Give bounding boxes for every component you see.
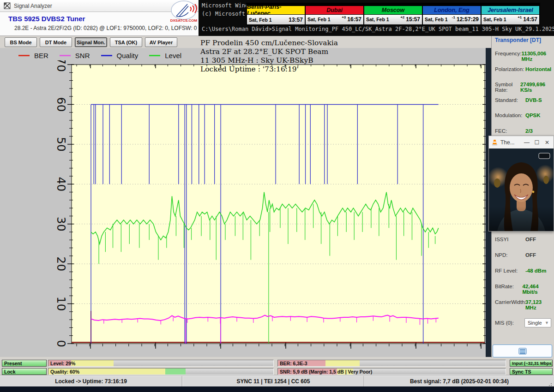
svg-text:0: 0 [54, 340, 68, 347]
clock-city: Moscow [364, 6, 422, 15]
clock-utc-offset: -1 [452, 15, 455, 19]
field-label: ISSYI [495, 237, 525, 242]
tuning-info: 28.2E - Astra 2E/2F/2G (ID: 0282) @ LOF1… [14, 25, 197, 31]
resize-grip[interactable] [548, 382, 553, 386]
field-label: Symbol Rate: [495, 82, 520, 93]
mode-tabs: BS Mode DT Mode Signal Mon. TSA (OK) AV … [5, 37, 177, 47]
field-value: 11305,006 MHz [522, 51, 552, 62]
field-value: 37,123 MHz [525, 299, 552, 310]
status-uptime: Locked -> Uptime: 73:16:19 [0, 376, 182, 386]
transponder-row-frequency: Frequency:11305,006 MHz [495, 51, 552, 62]
quality-bar: Quality: 60% [48, 368, 274, 375]
clock-london-eng: London, EngSat, Feb 1-112:57:29 [422, 6, 481, 25]
clock-city: Jerusalem-Israel [481, 6, 540, 15]
field-label: CarrierWidth: [495, 299, 525, 310]
vlc-cone-icon [492, 139, 498, 146]
transponder-row-fec: FEC:2/3 [495, 128, 552, 134]
snr-bar: SNR: 5,9 dB (Margin: 1,5 dB | Very Poor) [277, 368, 506, 375]
field-value: 2/3 [525, 128, 533, 134]
field-label: FEC: [495, 128, 525, 134]
mis-value: Single [528, 320, 542, 326]
video-frame [489, 148, 554, 231]
field-value: QPSK [525, 113, 541, 118]
clock-moscow: MoscowSat, Feb 1+215:57 [364, 6, 422, 25]
legend-swatch [60, 55, 71, 56]
signal-chart: 010203040506070 [0, 60, 486, 356]
chart-legend: BERSNRQualityLevel [18, 50, 181, 60]
terminal-line: Microsoft Wind [202, 2, 248, 9]
transponder-row-standard: Standard:DVB-S [495, 97, 552, 103]
svg-text:40: 40 [54, 177, 68, 191]
clock-date: Sat, Feb 1 [366, 17, 389, 22]
taskbar-strip [0, 386, 554, 392]
lock-indicator: Lock [2, 368, 47, 375]
legend-swatch [101, 55, 112, 56]
tab-bs-mode[interactable]: BS Mode [5, 37, 37, 47]
world-clocks: Berlin-Paris-LučenecSat, Feb 113:57Dubai… [246, 3, 540, 25]
field-label: Modulation: [495, 113, 525, 118]
clock-city: Dubai [305, 6, 364, 15]
legend-item-ber: BER [18, 52, 48, 59]
tab-dt-mode[interactable]: DT Mode [40, 37, 72, 47]
clock-time: 15:57 [406, 16, 420, 23]
chart-overlay-text: PF Prodelin 450 cm/Lučenec-Slovakia Astr… [200, 39, 338, 74]
svg-text:20: 20 [54, 256, 68, 271]
clock-time: 13:57 [289, 17, 303, 23]
desktop: Signal Analyzer TBS 5925 DVBS2 Tuner 28.… [0, 0, 554, 392]
minimize-button[interactable]: — [523, 139, 530, 146]
chevron-down-icon: ▼ [545, 321, 551, 325]
clock-utc-offset: +2 [400, 15, 404, 19]
status-bar: Locked -> Uptime: 73:16:19 SYNC 11 | TEI… [0, 375, 554, 386]
clock-berlin-paris-lu-enec: Berlin-Paris-LučenecSat, Feb 113:57 [247, 6, 305, 25]
list-icon [518, 348, 527, 355]
record-list-button[interactable] [493, 344, 552, 357]
legend-swatch [149, 55, 160, 56]
mis-dropdown[interactable]: Single ▼ [524, 318, 551, 327]
legend-label: SNR [75, 52, 90, 59]
maximize-button[interactable]: ☐ [533, 139, 541, 146]
field-label: RF Level: [495, 268, 525, 273]
vlc-title-text: The... [500, 139, 515, 146]
app-icon [4, 2, 11, 9]
tab-tsa[interactable]: TSA (OK) [110, 37, 142, 47]
field-value: OFF [525, 252, 536, 258]
clock-date: Sat, Feb 1 [425, 17, 448, 22]
clock-date: Sat, Feb 1 [483, 17, 506, 22]
transponder-row-issyi: ISSYIOFF [495, 237, 552, 242]
legend-label: Level [165, 52, 181, 59]
clock-time-row: Sat, Feb 1+316:57 [305, 15, 364, 25]
vlc-titlebar: The... — ☐ ✕ [489, 136, 554, 148]
legend-label: BER [34, 52, 48, 59]
transponder-row-polarization: Polarization:Horizontal [495, 66, 552, 72]
legend-item-quality: Quality [101, 52, 138, 59]
ber-bar: BER: 6,3E-3 [277, 360, 506, 367]
legend-swatch [18, 55, 30, 56]
clock-time: 12:57:29 [457, 16, 479, 23]
vlc-window[interactable]: The... — ☐ ✕ [488, 136, 554, 232]
field-label: BitRate: [495, 284, 522, 295]
clock-utc-offset: +3 [342, 15, 346, 19]
status-best-signal: Best signal: 7,7 dB (2025-02-01 00:34) [365, 376, 554, 386]
transponder-header: Transponder [DT] [495, 37, 541, 43]
tab-av-player[interactable]: AV Player [145, 37, 177, 47]
present-indicator: Present [2, 360, 47, 367]
field-label: Standard: [495, 97, 525, 103]
clock-jerusalem-israel: Jerusalem-IsraelSat, Feb 1+114:57 [481, 6, 540, 25]
clock-time-row: Sat, Feb 113:57 [247, 15, 305, 25]
transponder-row-bitrate: BitRate:42,464 Mbit/s [495, 284, 552, 295]
clock-utc-offset: +1 [518, 15, 522, 19]
clock-city: Berlin-Paris-Lučenec [247, 6, 305, 15]
field-label: Polarization: [495, 66, 525, 72]
svg-text:10: 10 [54, 297, 68, 311]
tab-signal-mon[interactable]: Signal Mon. [75, 37, 107, 47]
clock-dubai: DubaiSat, Feb 1+316:57 [305, 6, 364, 25]
svg-text:60: 60 [54, 97, 68, 112]
clock-date: Sat, Feb 1 [249, 17, 272, 23]
status-sync: SYNC 11 | TEI 1254 | CC 605 [183, 376, 364, 386]
field-label: Frequency: [495, 51, 522, 62]
transponder-row-npd: NPD:OFF [495, 252, 552, 258]
legend-label: Quality [117, 52, 138, 59]
field-value: 42,464 Mbit/s [522, 284, 552, 295]
close-button[interactable]: ✕ [543, 139, 551, 146]
clock-time: 14:57 [523, 16, 537, 23]
